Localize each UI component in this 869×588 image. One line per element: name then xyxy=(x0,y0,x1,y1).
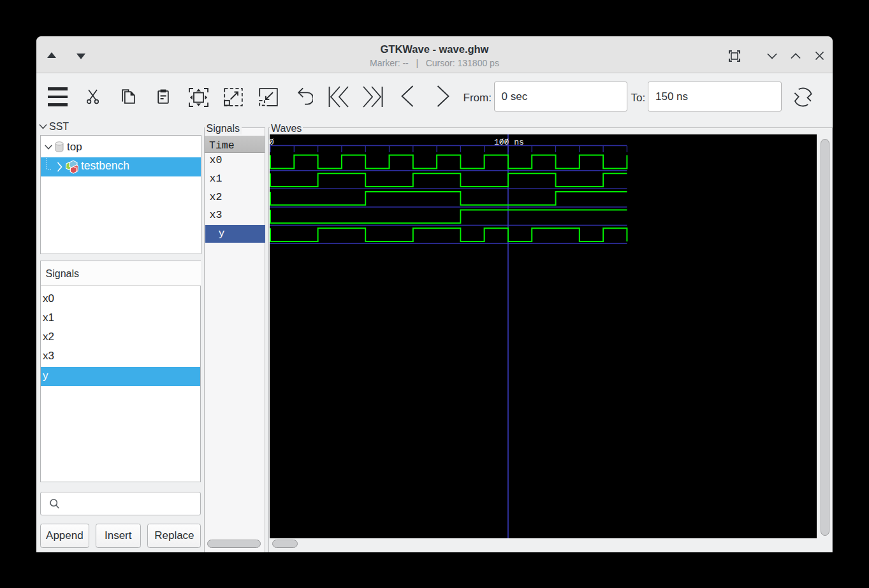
svg-text:100 ns: 100 ns xyxy=(494,138,524,147)
svg-text:0: 0 xyxy=(270,138,274,147)
